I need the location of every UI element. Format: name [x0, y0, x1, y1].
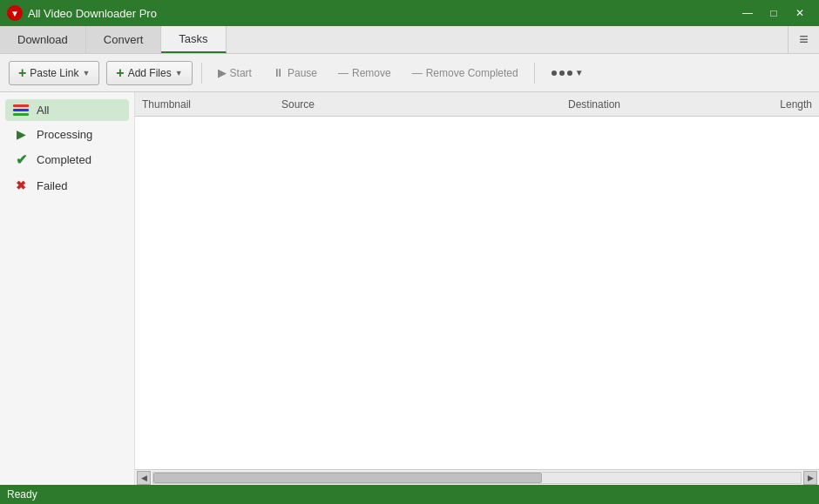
plus-icon: + [18, 65, 26, 81]
scrollbar-thumb[interactable] [153, 473, 542, 483]
scroll-right-button[interactable]: ▶ [803, 471, 817, 485]
sidebar-item-all[interactable]: All [5, 99, 129, 121]
sidebar-item-processing[interactable]: ▶ Processing [5, 123, 129, 145]
dot2 [559, 71, 565, 76]
remove-icon: — [338, 67, 349, 79]
sidebar-item-failed[interactable]: ✖ Failed [5, 174, 129, 197]
horizontal-scrollbar[interactable]: ◀ ▶ [135, 469, 819, 485]
remove-completed-button[interactable]: — Remove Completed [405, 64, 525, 83]
more-button[interactable]: ▼ [544, 64, 591, 81]
title-bar-controls: — □ ✕ [735, 4, 812, 22]
table-body [135, 117, 819, 469]
dot3 [567, 71, 572, 76]
remove-completed-icon: — [412, 67, 423, 79]
processing-icon: ▶ [12, 127, 30, 141]
app-icon: ▼ [7, 5, 23, 21]
tab-download[interactable]: Download [0, 26, 86, 53]
toolbar: + Paste Link ▼ + Add Files ▼ ▶ Start ⏸ P… [0, 54, 819, 92]
close-button[interactable]: ✕ [788, 4, 812, 22]
hamburger-button[interactable]: ≡ [788, 26, 819, 53]
paste-link-dropdown-arrow: ▼ [82, 69, 90, 77]
title-bar: ▼ All Video Downloader Pro — □ ✕ [0, 0, 819, 26]
tab-tasks[interactable]: Tasks [161, 26, 226, 53]
start-button[interactable]: ▶ Start [211, 63, 259, 83]
col-header-length: Length [742, 98, 812, 111]
main-content: All ▶ Processing ✔ Completed ✖ Failed Th… [0, 92, 819, 485]
add-files-button[interactable]: + Add Files ▼ [106, 61, 192, 85]
plus-icon-2: + [116, 65, 124, 81]
table-header: Thumbnail Source Destination Length [135, 92, 819, 117]
tab-convert[interactable]: Convert [86, 26, 162, 53]
app-title: All Video Downloader Pro [28, 7, 157, 20]
pause-icon: ⏸ [273, 66, 284, 79]
toolbar-separator-2 [534, 63, 535, 84]
toolbar-separator-1 [201, 63, 202, 84]
content-area: Thumbnail Source Destination Length ◀ ▶ [135, 92, 819, 485]
col-header-thumbnail: Thumbnail [142, 98, 281, 111]
play-icon: ▶ [218, 66, 227, 79]
minimize-button[interactable]: — [735, 4, 760, 22]
scrollbar-track[interactable] [152, 472, 802, 484]
failed-icon: ✖ [12, 178, 30, 192]
tab-bar: Download Convert Tasks ≡ [0, 26, 819, 54]
pause-button[interactable]: ⏸ Pause [266, 63, 324, 83]
dot1 [552, 71, 557, 76]
sidebar-item-completed[interactable]: ✔ Completed [5, 147, 129, 172]
sidebar: All ▶ Processing ✔ Completed ✖ Failed [0, 92, 135, 485]
all-icon [12, 104, 30, 116]
status-text: Ready [7, 488, 37, 501]
maximize-button[interactable]: □ [761, 4, 786, 22]
remove-button[interactable]: — Remove [331, 64, 398, 83]
title-bar-left: ▼ All Video Downloader Pro [7, 5, 157, 21]
status-bar: Ready [0, 485, 819, 504]
scroll-left-button[interactable]: ◀ [137, 471, 151, 485]
add-files-dropdown-arrow: ▼ [175, 69, 183, 77]
completed-icon: ✔ [12, 151, 30, 168]
more-arrow: ▼ [575, 68, 584, 77]
col-header-source: Source [281, 98, 568, 111]
col-header-destination: Destination [568, 98, 742, 111]
tab-spacer [227, 26, 788, 53]
paste-link-button[interactable]: + Paste Link ▼ [9, 61, 99, 85]
